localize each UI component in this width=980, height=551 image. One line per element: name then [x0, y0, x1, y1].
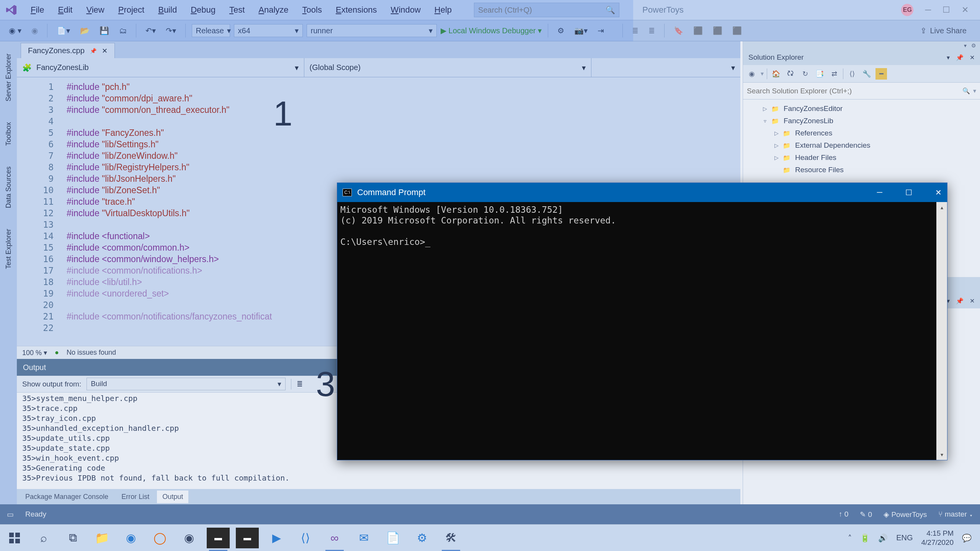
menu-tools[interactable]: Tools — [296, 3, 329, 17]
user-avatar[interactable]: EG — [901, 4, 913, 16]
tray-expand-icon[interactable]: ˄ — [848, 533, 852, 543]
menu-test[interactable]: Test — [222, 3, 252, 17]
vtab-data-sources[interactable]: Data Sources — [3, 162, 14, 213]
snapshot-icon[interactable]: 📷▾ — [571, 24, 591, 37]
powershell-icon[interactable]: ▶ — [265, 528, 288, 548]
menu-window[interactable]: Window — [384, 3, 428, 17]
gear-app-icon[interactable]: ⚙ — [410, 528, 433, 548]
close-tab-icon[interactable]: ✕ — [102, 47, 108, 55]
publish-icon[interactable]: ↑ 0 — [839, 510, 848, 518]
config-dropdown[interactable]: Release▾ — [192, 24, 230, 37]
new-item-icon[interactable]: 📄▾ — [54, 24, 73, 37]
cmd-body[interactable]: Microsoft Windows [Version 10.0.18363.75… — [337, 202, 947, 249]
start-button[interactable] — [3, 528, 26, 548]
menu-file[interactable]: File — [24, 3, 51, 17]
visualstudio-icon[interactable]: ∞ — [323, 528, 346, 548]
outlook-icon[interactable]: ✉ — [352, 528, 375, 548]
menu-analyze[interactable]: Analyze — [252, 3, 295, 17]
redo-icon[interactable]: ↷▾ — [163, 24, 179, 37]
maximize-icon[interactable]: ☐ — [942, 5, 950, 15]
notifications-icon[interactable]: 💬 — [962, 533, 972, 543]
tree-node[interactable]: ▷📁References — [743, 127, 980, 139]
fwd-nav-icon[interactable]: ◉ — [28, 24, 41, 37]
tree-node[interactable]: ▷📁External Dependencies — [743, 139, 980, 152]
cmd-maximize-icon[interactable]: ☐ — [905, 188, 912, 197]
nav-member[interactable]: ▾ — [591, 58, 740, 77]
open-icon[interactable]: 📂 — [77, 24, 93, 37]
bookmark-icon[interactable]: 🔖 — [671, 24, 686, 37]
battery-icon[interactable]: 🔋 — [860, 533, 870, 543]
search-button[interactable]: ⌕ — [32, 528, 55, 548]
doc-icon[interactable]: 📄 — [381, 528, 404, 548]
menu-help[interactable]: Help — [428, 3, 459, 17]
editor-tab[interactable]: FancyZones.cpp 📌 ✕ — [21, 43, 115, 58]
dedent-icon[interactable]: ≣ — [645, 24, 658, 37]
se-back-icon[interactable]: ◉ — [746, 68, 758, 80]
indent-icon[interactable]: ≣ — [629, 24, 642, 37]
menu-extensions[interactable]: Extensions — [329, 3, 384, 17]
language-indicator[interactable]: ENG — [896, 533, 913, 542]
back-nav-icon[interactable]: ◉ ▾ — [6, 24, 24, 37]
command-prompt-window[interactable]: C:\ Command Prompt ─ ☐ ✕ Microsoft Windo… — [337, 183, 947, 460]
edge-icon[interactable]: ◉ — [119, 528, 142, 548]
nav-project[interactable]: 🧩 FancyZonesLib▾ — [17, 58, 304, 77]
close-icon[interactable]: ✕ — [962, 5, 969, 15]
menu-debug[interactable]: Debug — [184, 3, 222, 17]
tree-node[interactable]: ▷📁FancyZonesEditor — [743, 103, 980, 115]
minimize-icon[interactable]: ─ — [925, 5, 931, 15]
output-tab-error-list[interactable]: Error List — [116, 491, 155, 503]
changes-icon[interactable]: ✎ 0 — [860, 510, 872, 519]
firefox-icon[interactable]: ◯ — [149, 528, 172, 548]
panel-options-icon[interactable]: ▾ — [964, 42, 967, 49]
save-all-icon[interactable]: 🗂 — [116, 25, 130, 37]
se-sync-icon[interactable]: 🗘 — [785, 68, 796, 80]
live-share-button[interactable]: ⇪ Live Share — [920, 26, 974, 35]
task-view-button[interactable]: ⧉ — [61, 528, 84, 548]
menu-view[interactable]: View — [79, 3, 111, 17]
vtab-toolbox[interactable]: Toolbox — [3, 117, 14, 150]
se-close-icon[interactable]: ✕ — [970, 54, 975, 61]
startup-dropdown[interactable]: runner▾ — [307, 24, 437, 37]
volume-icon[interactable]: 🔊 — [878, 533, 888, 543]
menu-project[interactable]: Project — [111, 3, 151, 17]
cmd-minimize-icon[interactable]: ─ — [877, 188, 882, 197]
search-input[interactable] — [478, 6, 606, 15]
output-tool-icon[interactable]: ≣ — [297, 380, 303, 388]
se-pin-icon[interactable]: 📌 — [956, 54, 964, 61]
powertoys-icon[interactable]: 🛠 — [439, 528, 462, 548]
tree-node[interactable]: 📁Resource Files — [743, 164, 980, 176]
zoom-dropdown[interactable]: 100 % ▾ — [22, 349, 47, 357]
se-search[interactable]: 🔍▾ — [743, 83, 980, 99]
tree-node[interactable]: ▷📁Header Files — [743, 152, 980, 164]
cmd-scrollbar[interactable]: ▴▾ — [936, 202, 947, 460]
panel-gear-icon[interactable]: ⚙ — [971, 42, 976, 49]
platform-dropdown[interactable]: x64▾ — [234, 24, 303, 37]
branch-indicator[interactable]: ⑂ master ▾ — [938, 510, 973, 518]
repo-indicator[interactable]: ◈ PowerToys — [884, 510, 927, 519]
menu-build[interactable]: Build — [151, 3, 184, 17]
chrome-icon[interactable]: ◉ — [178, 528, 201, 548]
se-tree[interactable]: ▷📁FancyZonesEditor▿📁FancyZonesLib▷📁Refer… — [743, 99, 980, 179]
output-source-dropdown[interactable]: Build▾ — [87, 378, 286, 390]
vtab-test-explorer[interactable]: Test Explorer — [3, 224, 14, 274]
tree-node[interactable]: ▿📁FancyZonesLib — [743, 115, 980, 127]
tool-icon[interactable]: ⚙ — [554, 24, 567, 37]
output-tab-output[interactable]: Output — [157, 491, 188, 503]
explorer-icon[interactable]: 📁 — [90, 528, 113, 548]
step-icon[interactable]: ⇥ — [595, 24, 607, 37]
output-tab-package-manager-console[interactable]: Package Manager Console — [20, 491, 114, 503]
nav-scope[interactable]: (Global Scope)▾ — [304, 58, 592, 77]
clock[interactable]: 4:15 PM4/27/2020 — [921, 529, 954, 547]
quick-search[interactable]: 🔍 — [474, 3, 619, 17]
terminal-icon[interactable]: ▬ — [207, 528, 230, 548]
cmd-titlebar[interactable]: C:\ Command Prompt ─ ☐ ✕ — [337, 183, 947, 202]
save-icon[interactable]: 💾 — [96, 24, 112, 37]
vscode-icon[interactable]: ⟨⟩ — [294, 528, 317, 548]
menu-edit[interactable]: Edit — [51, 3, 79, 17]
debugger-button[interactable]: ▶ Local Windows Debugger ▾ — [441, 26, 542, 35]
se-home-icon[interactable]: 🏠 — [770, 68, 782, 80]
pin-icon[interactable]: 📌 — [90, 48, 96, 54]
se-wrench-icon[interactable]: 🔧 — [861, 68, 872, 80]
vtab-server-explorer[interactable]: Server Explorer — [3, 49, 14, 106]
cmd-taskbar-icon[interactable]: ▬ — [236, 528, 259, 548]
